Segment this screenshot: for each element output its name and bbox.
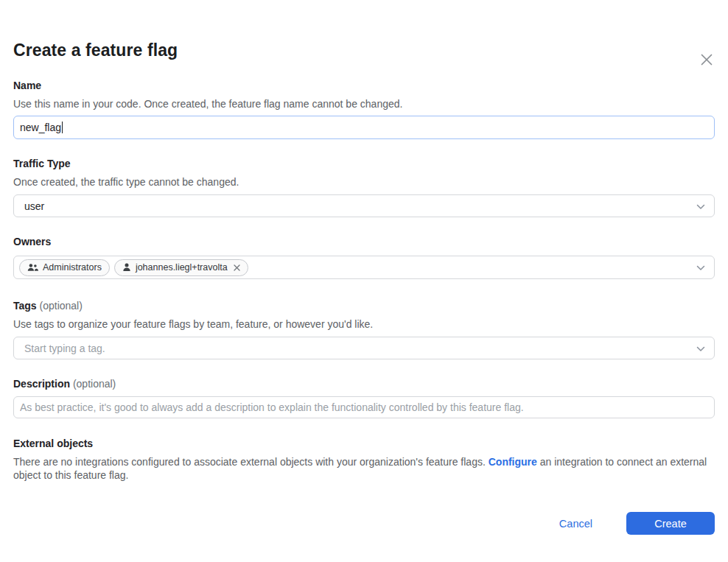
chevron-down-icon bbox=[696, 261, 705, 274]
description-input[interactable] bbox=[13, 396, 715, 418]
close-icon bbox=[699, 52, 714, 69]
create-button[interactable]: Create bbox=[626, 512, 715, 535]
name-helper-text: Use this name in your code. Once created… bbox=[13, 98, 715, 110]
owner-chip-label: Administrators bbox=[43, 262, 102, 273]
name-input[interactable]: new_flag bbox=[13, 116, 715, 139]
tags-helper-text: Use tags to organize your feature flags … bbox=[13, 318, 715, 330]
dialog-title: Create a feature flag bbox=[13, 40, 715, 60]
cancel-button[interactable]: Cancel bbox=[559, 518, 592, 530]
traffic-type-select[interactable]: user bbox=[13, 194, 715, 217]
remove-owner-icon[interactable] bbox=[234, 264, 240, 271]
create-feature-flag-dialog: Create a feature flag Name Use this name… bbox=[0, 40, 728, 562]
owners-select[interactable]: Administrators johannes.liegl+travolta bbox=[13, 256, 715, 279]
owner-chip-user: johannes.liegl+travolta bbox=[114, 259, 248, 276]
dialog-footer: Cancel Create bbox=[13, 512, 715, 535]
description-optional-label: (optional) bbox=[73, 378, 116, 390]
traffic-type-label: Traffic Type bbox=[13, 158, 715, 169]
traffic-type-selected-value: user bbox=[24, 200, 696, 212]
owner-chip-label: johannes.liegl+travolta bbox=[136, 262, 228, 273]
traffic-type-field-group: Traffic Type Once created, the traffic t… bbox=[13, 158, 715, 217]
tags-label: Tags (optional) bbox=[13, 300, 715, 312]
close-button[interactable] bbox=[698, 52, 715, 69]
text-caret bbox=[62, 122, 63, 133]
external-objects-text: There are no integrations configured to … bbox=[13, 455, 715, 482]
group-icon bbox=[27, 263, 38, 272]
description-field-group: Description (optional) bbox=[13, 378, 715, 418]
configure-link[interactable]: Configure bbox=[489, 456, 537, 468]
traffic-type-helper-text: Once created, the traffic type cannot be… bbox=[13, 176, 715, 188]
name-input-value: new_flag bbox=[20, 122, 61, 133]
description-label: Description (optional) bbox=[13, 378, 715, 390]
owners-label: Owners bbox=[13, 236, 715, 247]
person-icon bbox=[122, 263, 131, 272]
name-label: Name bbox=[13, 80, 715, 91]
chevron-down-icon bbox=[696, 200, 705, 212]
owner-chip-administrators: Administrators bbox=[19, 259, 110, 276]
chevron-down-icon bbox=[696, 343, 705, 354]
external-objects-label: External objects bbox=[13, 438, 715, 449]
tags-field-group: Tags (optional) Use tags to organize you… bbox=[13, 300, 715, 359]
tags-placeholder: Start typing a tag. bbox=[24, 343, 696, 354]
tags-select[interactable]: Start typing a tag. bbox=[13, 337, 715, 359]
name-field-group: Name Use this name in your code. Once cr… bbox=[13, 80, 715, 139]
external-objects-group: External objects There are no integratio… bbox=[13, 438, 715, 482]
owners-field-group: Owners Administrators bbox=[13, 236, 715, 279]
tags-optional-label: (optional) bbox=[40, 300, 83, 312]
